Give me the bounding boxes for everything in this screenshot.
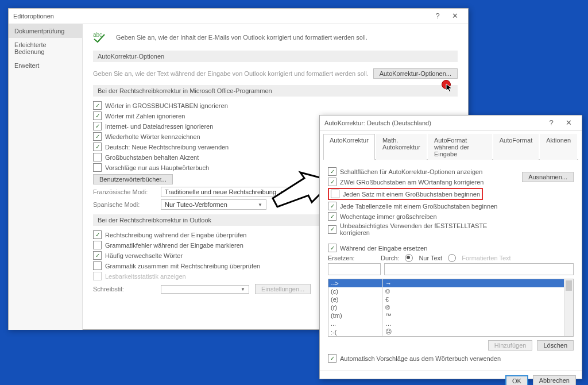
spell-checkbox-0[interactable]	[93, 101, 102, 110]
spell-checkbox-1[interactable]	[93, 111, 102, 120]
franzoesische-modi-combo[interactable]: Traditionelle und neue Rechtschreibung▼	[161, 187, 288, 197]
table-row[interactable]: (c)©	[328, 287, 573, 295]
section-autokorrektur: AutoKorrektur-Optionen	[93, 51, 458, 62]
ak-opt-checkbox-1[interactable]	[328, 178, 336, 186]
ak-opt-label-4: Wochentage immer großschreiben	[340, 213, 437, 220]
sidebar-item-erleichterte-bedienung[interactable]: Erleichterte Bedienung	[9, 38, 82, 59]
schreibstil-combo[interactable]: ▼	[161, 285, 249, 294]
durch-label: Durch:	[381, 255, 399, 261]
tab-autoformat[interactable]: AutoFormat	[493, 134, 539, 160]
table-row[interactable]: (e)€	[328, 295, 573, 303]
outlook-checkbox-0[interactable]	[93, 230, 102, 239]
checkbox-label: Während der Eingabe ersetzen	[340, 245, 427, 252]
ak-opt-label-2: Jeden Satz mit einem Großbuchstaben begi…	[343, 191, 480, 198]
tab-aktionen[interactable]: Aktionen	[540, 134, 577, 160]
ersetzen-label: Ersetzen:	[328, 255, 375, 261]
ak-opt-checkbox-2[interactable]	[331, 190, 339, 198]
tab-panel: Schaltflächen für AutoKorrektur-Optionen…	[320, 160, 582, 370]
outlook-checkbox-3[interactable]	[93, 261, 102, 270]
spell-checkbox-5[interactable]	[93, 153, 102, 161]
spell-label-4: Deutsch: Neue Rechtschreibung verwenden	[105, 144, 229, 151]
replacement-table[interactable]: -->→(c)©(e)€(r)®(tm)™...…:-(☹	[328, 279, 574, 337]
autokorrektur-dialog: AutoKorrektur: Deutsch (Deutschland) ? ✕…	[319, 115, 582, 379]
table-row[interactable]: (r)®	[328, 303, 573, 311]
outlook-label-1: Grammatikfehler während der Eingabe mark…	[105, 242, 243, 249]
tab-autoformat-eingabe[interactable]: AutoFormat während der Eingabe	[428, 134, 492, 160]
ak-opt-label-1: ZWei GRoßbuchstaben am WOrtanfang korrig…	[340, 179, 483, 186]
table-row[interactable]: (tm)™	[328, 311, 573, 319]
table-row[interactable]: ...…	[328, 319, 573, 328]
schreibstil-label: Schreibstil:	[93, 286, 155, 292]
checkbox-label: Automatisch Vorschläge aus dem Wörterbuc…	[340, 355, 501, 362]
outlook-label-3: Grammatik zusammen mit Rechtschreibung ü…	[105, 263, 260, 270]
tab-strip: AutoKorrektur Math. Autokorrektur AutoFo…	[323, 133, 578, 160]
dialog-title: Editoroptionen	[13, 9, 429, 24]
einstellungen-button: Einstellungen...	[255, 284, 311, 294]
radio-nur-text[interactable]	[405, 254, 413, 262]
ak-opt-checkbox-0[interactable]	[328, 167, 336, 176]
spanische-modi-combo[interactable]: Nur Tuteo-Verbformen▼	[161, 199, 266, 210]
ok-button[interactable]: OK	[505, 375, 528, 385]
intro-text: Geben Sie an, wie der Inhalt der E-Mails…	[116, 34, 368, 41]
spell-checkbox-3[interactable]	[93, 132, 102, 141]
chevron-down-icon: ▼	[241, 287, 245, 292]
table-row[interactable]: -->→	[328, 279, 573, 287]
svg-text:abc: abc	[93, 32, 102, 38]
help-button[interactable]: ?	[429, 9, 446, 24]
mouse-pointer-icon	[446, 83, 454, 93]
ak-opt-checkbox-5[interactable]	[328, 225, 336, 234]
checkbox-waehrend-eingabe-ersetzen[interactable]	[328, 244, 336, 252]
ak-opt-label-3: Jede Tabellenzelle mit einem Großbuchsta…	[340, 203, 497, 210]
autocorrect-desc: Geben Sie an, wie der Text während der E…	[93, 70, 369, 77]
close-button[interactable]: ✕	[560, 116, 577, 130]
dialog-title: AutoKorrektur: Deutsch (Deutschland)	[324, 116, 543, 130]
spell-label-3: Wiederholte Wörter kennzeichnen	[105, 133, 200, 140]
chevron-down-icon: ▼	[280, 190, 284, 195]
spell-label-2: Internet- und Dateiadressen ignorieren	[105, 123, 213, 130]
tab-autokorrektur[interactable]: AutoKorrektur	[323, 134, 375, 160]
scrollbar[interactable]	[564, 279, 573, 336]
spanische-modi-label: Spanische Modi:	[93, 201, 155, 208]
ersetzen-input[interactable]	[328, 263, 381, 275]
spell-label-5: Großbuchstaben behalten Akzent	[105, 154, 199, 161]
ak-opt-label-0: Schaltflächen für AutoKorrektur-Optionen…	[340, 168, 482, 175]
sidebar-item-dokumentpruefung[interactable]: Dokumentprüfung	[9, 24, 82, 38]
spell-label-6: Vorschläge nur aus Hauptwörterbuch	[105, 164, 209, 171]
outlook-label-2: Häufig verwechselte Wörter	[105, 252, 183, 259]
hinzufuegen-button: Hinzufügen	[488, 340, 533, 351]
close-button[interactable]: ✕	[446, 9, 463, 24]
ak-opt-checkbox-3[interactable]	[328, 202, 336, 210]
tab-math-autokorrektur[interactable]: Math. Autokorrektur	[376, 134, 427, 160]
ak-opt-checkbox-4[interactable]	[328, 212, 336, 221]
radio-formatierten-text[interactable]	[448, 254, 456, 262]
ausnahmen-button[interactable]: Ausnahmen...	[522, 172, 574, 182]
titlebar: AutoKorrektur: Deutsch (Deutschland) ? ✕	[320, 116, 582, 131]
spell-label-0: Wörter in GROSSBUCHSTABEN ignorieren	[105, 102, 228, 109]
table-row[interactable]: :-(☹	[328, 328, 573, 336]
titlebar: Editoroptionen ? ✕	[9, 9, 468, 24]
chevron-down-icon: ▼	[258, 202, 262, 207]
sidebar: Dokumentprüfung Erleichterte Bedienung E…	[9, 24, 83, 330]
durch-input[interactable]	[384, 263, 574, 275]
outlook-checkbox-1[interactable]	[93, 241, 102, 249]
section-spellcheck-office: Bei der Rechtschreibkorrektur in Microso…	[93, 85, 458, 97]
franzoesische-modi-label: Französische Modi:	[93, 188, 155, 195]
spell-checkbox-4[interactable]	[93, 143, 102, 151]
ak-opt-label-5: Unbeabsichtigtes Verwenden der fESTSTELL…	[340, 222, 516, 236]
abbrechen-button[interactable]: Abbrechen	[533, 375, 576, 385]
autokorrektur-optionen-button[interactable]: AutoKorrektur-Optionen...	[373, 68, 458, 79]
spell-checkbox-6[interactable]	[93, 163, 102, 172]
outlook-checkbox-4	[93, 272, 102, 280]
spell-checkbox-2[interactable]	[93, 122, 102, 130]
abc-check-icon: abc	[93, 31, 109, 44]
checkbox-auto-woerterbuch[interactable]	[328, 354, 336, 363]
help-button[interactable]: ?	[543, 116, 560, 130]
outlook-label-4: Lesbarkeitsstatistik anzeigen	[105, 273, 186, 280]
spell-label-1: Wörter mit Zahlen ignorieren	[105, 113, 185, 120]
loeschen-button[interactable]: Löschen	[537, 340, 574, 351]
outlook-label-0: Rechtschreibung während der Eingabe über…	[105, 232, 246, 238]
sidebar-item-erweitert[interactable]: Erweitert	[9, 59, 82, 72]
benutzerwoerterbuecher-button[interactable]: Benutzerwörterbücher...	[93, 174, 173, 184]
outlook-checkbox-2[interactable]	[93, 251, 102, 260]
